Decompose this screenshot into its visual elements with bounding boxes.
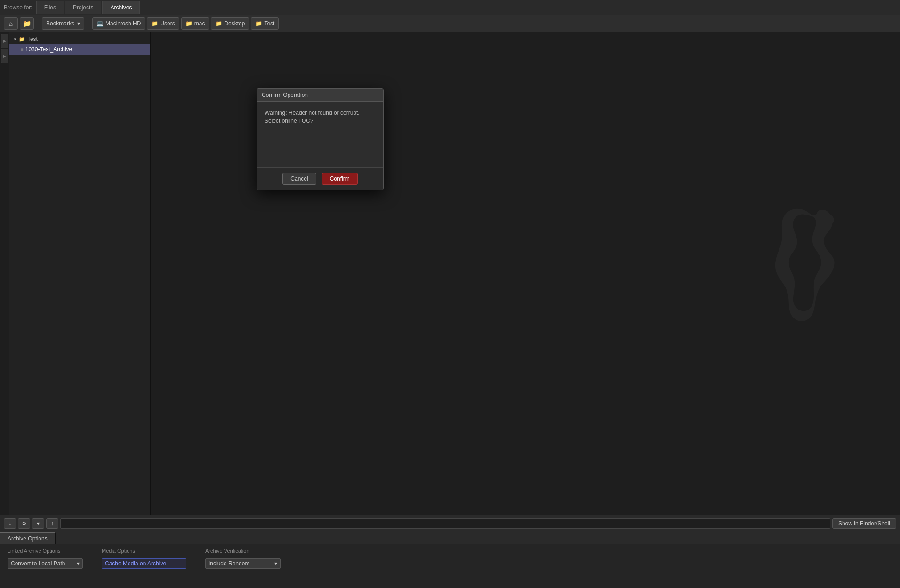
confirm-button[interactable]: Confirm [322,173,358,185]
cache-media-label: Cache Media on Archive [105,560,166,567]
archive-verification-title: Archive Verification [205,548,281,554]
linked-archive-section: Linked Archive Options Convert to Local … [8,548,83,569]
archive-file-icon: ≡ [21,47,24,52]
settings-dropdown-button[interactable]: ▾ [32,518,44,529]
dialog-title-bar: Confirm Operation [257,89,383,102]
toolbar: ⌂ 📁 Bookmarks ▾ 💻 Macintosh HD 📁 Users 📁… [0,15,900,32]
breadcrumb-test-label: Test [264,20,274,27]
dropdown-icon: ▾ [77,20,80,27]
breadcrumb-mac[interactable]: 📁 mac [181,17,209,30]
edge-button-2[interactable]: ▶ [1,49,8,63]
breadcrumb-mac-label: mac [194,20,205,27]
home-icon: ⌂ [9,20,13,27]
breadcrumb-desktop[interactable]: 📁 Desktop [211,17,249,30]
tree-item-test[interactable]: ▼ 📁 Test [9,34,150,44]
settings-button[interactable]: ⚙ [18,518,30,529]
tree-item-test-label: Test [27,36,38,42]
users-folder-icon: 📁 [151,20,158,27]
up-arrow-icon: ↑ [51,520,54,527]
dialog-body: Warning: Header not found or corrupt. Se… [257,102,383,167]
breadcrumb-users[interactable]: 📁 Users [147,17,179,30]
include-renders-dropdown-icon: ▾ [274,560,277,567]
file-browser: ▼ 📁 Test ≡ 1030-Test_Archive [9,32,151,515]
archive-panel-content: Linked Archive Options Convert to Local … [0,544,900,572]
macintosh-icon: 💻 [96,20,104,27]
include-renders-dropdown[interactable]: Include Renders ▾ [205,558,281,569]
convert-dropdown-icon: ▾ [77,560,80,567]
media-options-title: Media Options [102,548,186,554]
tab-files[interactable]: Files [36,1,64,14]
convert-to-local-dropdown[interactable]: Convert to Local Path ▾ [8,558,83,569]
breadcrumb-macintosh-label: Macintosh HD [105,20,141,27]
toolbar-divider [38,19,38,28]
archive-panel-tabs: Archive Options [0,532,900,544]
home-button[interactable]: ⌂ [4,17,18,30]
breadcrumb-macintosh[interactable]: 💻 Macintosh HD [92,17,145,30]
archive-verification-section: Archive Verification Include Renders ▾ [205,548,281,569]
expand-triangle: ▼ [13,37,17,41]
desktop-folder-icon: 📁 [215,20,222,27]
tab-projects[interactable]: Projects [65,1,101,14]
folder-button[interactable]: 📁 [20,17,34,30]
browse-for-label: Browse for: [4,4,32,11]
breadcrumb-desktop-label: Desktop [224,20,245,27]
convert-to-local-label: Convert to Local Path [11,560,65,567]
breadcrumb-test[interactable]: 📁 Test [251,17,279,30]
edge-button-1[interactable]: ▶ [1,34,8,48]
tree-item-archive-label: 1030-Test_Archive [25,46,72,53]
dialog-title: Confirm Operation [262,92,308,98]
confirm-dialog: Confirm Operation Warning: Header not fo… [257,88,384,190]
show-in-finder-button[interactable]: Show in Finder/Shell [832,518,896,529]
breadcrumb-users-label: Users [160,20,175,27]
top-nav: Browse for: Files Projects Archives [0,0,900,15]
dialog-message: Warning: Header not found or corrupt. Se… [265,109,376,125]
linked-archive-title: Linked Archive Options [8,548,83,554]
bottom-toolbar: ↓ ⚙ ▾ ↑ Show in Finder/Shell [0,515,900,532]
media-options-section: Media Options Cache Media on Archive [102,548,186,569]
svg-point-1 [828,215,832,219]
folder-icon: 📁 [23,20,31,27]
scroll-up-button[interactable]: ↑ [46,518,58,529]
tab-archives[interactable]: Archives [102,1,140,14]
down-arrow-icon: ↓ [8,520,11,527]
dialog-footer: Cancel Confirm [257,167,383,190]
tree-item-archive[interactable]: ≡ 1030-Test_Archive [9,44,150,55]
archive-options-tab[interactable]: Archive Options [0,532,56,544]
right-content-area: Confirm Operation Warning: Header not fo… [151,32,900,515]
settings-icon: ⚙ [22,520,27,527]
bookmarks-label: Bookmarks [46,20,74,27]
bookmarks-dropdown[interactable]: Bookmarks ▾ [42,17,84,30]
archive-panel: Archive Options Linked Archive Options C… [0,532,900,588]
test-folder-tree-icon: 📁 [19,36,25,42]
mac-folder-icon: 📁 [185,20,193,27]
test-folder-icon: 📁 [255,20,262,27]
left-edge-panel: ▶ ▶ [0,32,9,515]
path-input[interactable] [60,518,830,529]
cache-media-dropdown[interactable]: Cache Media on Archive [102,558,186,569]
cancel-button[interactable]: Cancel [282,173,316,185]
breadcrumb-divider-1 [88,19,88,28]
scroll-down-button[interactable]: ↓ [4,518,16,529]
settings-dropdown-icon: ▾ [37,520,40,527]
include-renders-label: Include Renders [209,560,249,567]
seahorse-watermark [759,203,853,344]
